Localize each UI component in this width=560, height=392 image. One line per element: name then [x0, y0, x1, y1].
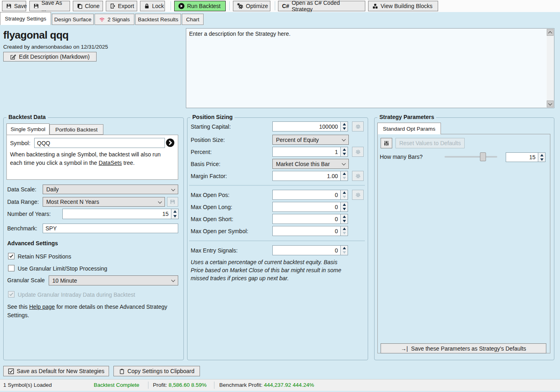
advanced-help-text: See this Help page for more details on t…	[7, 303, 178, 320]
description-textarea[interactable]: Enter a description for the Strategy her…	[186, 28, 554, 108]
spin-up-button[interactable]	[341, 246, 348, 250]
spin-down-button[interactable]	[538, 157, 545, 162]
spin-down-button[interactable]	[341, 127, 348, 131]
description-scrollbar[interactable]	[547, 29, 554, 107]
parameter-sliders-button[interactable]	[381, 138, 392, 148]
benchmark-profit-label: Benchmark Profit:	[219, 382, 262, 388]
chevron-down-icon	[171, 187, 175, 191]
spin-down-button[interactable]	[341, 250, 348, 255]
check-icon	[9, 254, 14, 259]
spin-down-button[interactable]	[341, 231, 348, 236]
status-separator	[214, 382, 214, 389]
scroll-up-button[interactable]	[547, 29, 554, 36]
spin-down-button[interactable]	[341, 176, 348, 181]
datasets-link[interactable]: DataSets	[99, 160, 122, 166]
tab-strategy-settings[interactable]: Strategy Settings	[0, 12, 51, 25]
symbol-go-button[interactable]	[166, 138, 175, 148]
save-as-default-button[interactable]: Save as Default for New Strategies	[3, 366, 109, 376]
spin-up-button[interactable]	[341, 202, 348, 207]
granular-scale-dropdown[interactable]: 10 Minute	[49, 275, 178, 285]
data-scale-dropdown[interactable]: Daily	[43, 185, 178, 194]
help-page-link[interactable]: Help page	[29, 304, 55, 310]
retain-nsf-checkbox[interactable]	[8, 253, 14, 259]
copy-settings-button[interactable]: Copy Settings to Clipboard	[113, 366, 200, 376]
basis-price-label: Basis Price:	[191, 161, 220, 167]
tab-backtest-results[interactable]: Backtest Results	[135, 14, 181, 25]
spin-up-button[interactable]	[341, 171, 348, 176]
save-button[interactable]: Save	[2, 1, 26, 11]
percent-gear-button[interactable]	[352, 147, 364, 157]
clone-button[interactable]: Clone	[73, 1, 103, 11]
max-entry-signals-spinner[interactable]: 0	[272, 245, 348, 255]
max-open-long-spinner[interactable]: 0	[272, 202, 348, 212]
save-as-button[interactable]: Save As ...	[29, 1, 70, 11]
granular-processing-checkbox[interactable]	[8, 265, 14, 271]
tab-label: Strategy Settings	[5, 16, 46, 22]
tab-standard-opt-params[interactable]: Standard Opt Params	[377, 123, 441, 134]
spin-up-button[interactable]	[341, 190, 348, 195]
tab-chart[interactable]: Chart	[182, 14, 204, 25]
bars-slider-thumb[interactable]	[480, 152, 486, 161]
save-data-range-button[interactable]	[167, 197, 178, 207]
margin-factor-spinner[interactable]: 1.00	[272, 171, 348, 181]
gears-icon	[237, 3, 243, 9]
spin-up-button[interactable]	[538, 153, 545, 157]
save-parameters-defaults-button[interactable]: →| Save these Parameters as Strategy's D…	[381, 343, 546, 353]
spin-up-button[interactable]	[341, 147, 348, 152]
spin-up-button[interactable]	[341, 122, 348, 127]
update-granular-label: Update Granular Intraday Data during Bac…	[18, 291, 135, 298]
number-of-years-spinner[interactable]: 15	[62, 209, 179, 219]
chevron-down-icon	[342, 162, 346, 166]
optimize-button-label: Optimize	[246, 3, 268, 9]
data-scale-label: Data Scale:	[7, 186, 36, 193]
tab-portfolio-backtest[interactable]: Portfolio Backtest	[49, 124, 103, 135]
starting-capital-gear-button[interactable]	[352, 121, 364, 131]
main-toolbar: Save Save As ... Clone Export Lock Run B…	[0, 0, 560, 12]
spin-down-button[interactable]	[341, 219, 348, 224]
export-button-label: Export	[118, 3, 134, 9]
spin-down-button[interactable]	[171, 214, 178, 219]
basis-price-dropdown[interactable]: Market Close this Bar	[272, 159, 349, 169]
scroll-down-button[interactable]	[547, 101, 554, 107]
view-building-blocks-button[interactable]: View Building Blocks	[368, 1, 438, 11]
export-button[interactable]: Export	[106, 1, 137, 11]
starting-capital-label: Starting Capital:	[191, 123, 231, 130]
spin-down-button[interactable]	[341, 207, 348, 212]
tab-single-symbol[interactable]: Single Symbol	[6, 123, 49, 135]
bars-slider-track[interactable]	[445, 156, 497, 158]
optimize-button[interactable]: Optimize	[233, 1, 270, 11]
symbol-input[interactable]: QQQ	[34, 138, 165, 148]
gear-icon	[355, 149, 361, 155]
spin-down-button[interactable]	[341, 152, 348, 157]
max-open-pos-gear-button[interactable]	[352, 190, 364, 200]
clipboard-icon	[119, 368, 125, 374]
spin-up-button[interactable]	[341, 226, 348, 231]
max-open-per-symbol-value: 0	[272, 226, 340, 236]
tab-label: Portfolio Backtest	[55, 127, 97, 133]
position-size-dropdown[interactable]: Percent of Equity	[272, 135, 349, 145]
toolbar-separator	[275, 1, 275, 10]
tab-design-surface[interactable]: Design Surface	[52, 14, 94, 25]
hint-text: tree.	[122, 160, 135, 166]
lock-button[interactable]: Lock	[140, 1, 165, 11]
margin-factor-gear-button[interactable]	[352, 171, 364, 181]
run-backtest-button[interactable]: Run Backtest	[174, 1, 226, 11]
max-open-pos-spinner[interactable]: 0	[272, 190, 348, 200]
starting-capital-spinner[interactable]: 100000	[272, 121, 348, 131]
benchmark-input[interactable]: SPY	[43, 224, 178, 233]
tab-signals[interactable]: 2 Signals	[95, 14, 134, 25]
bars-spinner[interactable]: 15	[506, 152, 546, 162]
reset-values-button[interactable]: Reset Values to Defaults	[395, 138, 465, 148]
spin-up-button[interactable]	[341, 214, 348, 219]
edit-description-button[interactable]: Edit Description (Markdown)	[3, 52, 97, 62]
benchmark-label: Benchmark:	[7, 225, 37, 232]
percent-spinner[interactable]: 1	[272, 147, 348, 157]
spin-up-button[interactable]	[171, 209, 178, 214]
max-open-short-spinner[interactable]: 0	[272, 214, 348, 224]
open-csharp-button[interactable]: C# Open as C# Coded Strategy	[278, 1, 365, 11]
data-range-dropdown[interactable]: Most Recent N Years	[43, 197, 165, 207]
max-open-per-symbol-spinner[interactable]: 0	[272, 226, 348, 236]
spin-down-button[interactable]	[341, 195, 348, 200]
number-of-years-value: 15	[62, 209, 171, 219]
toolbar-separator	[229, 1, 230, 10]
